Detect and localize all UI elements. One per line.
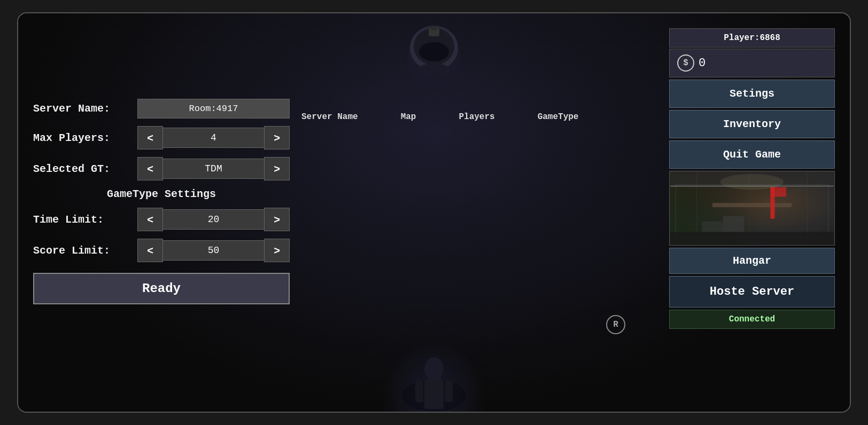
r-watermark: R (606, 315, 625, 334)
max-players-label: Max Players: (33, 132, 137, 144)
svg-rect-13 (676, 185, 828, 238)
col-server-name: Server Name (301, 112, 358, 122)
map-name-label: Hangar (669, 248, 835, 274)
selected-gt-label: Selected GT: (33, 163, 137, 175)
server-name-row: Server Name: (33, 99, 290, 119)
currency-bar: $ 0 (669, 49, 835, 77)
bottom-figure (381, 342, 487, 412)
svg-rect-23 (702, 222, 723, 232)
score-limit-spinner: < 50 > (137, 239, 290, 262)
col-players: Players (459, 112, 494, 122)
svg-rect-18 (712, 203, 792, 207)
svg-point-6 (418, 63, 450, 79)
time-limit-row: Time Limit: < 20 > (33, 208, 290, 231)
gametype-settings-title: GameType Settings (33, 188, 290, 200)
quit-game-button[interactable]: Quit Game (669, 140, 835, 169)
time-limit-value: 20 (163, 209, 264, 230)
ready-button[interactable]: Ready (33, 273, 290, 304)
svg-rect-10 (415, 381, 423, 402)
player-label: Player:6868 (724, 33, 780, 43)
helmet-figure (402, 24, 466, 93)
max-players-decrement[interactable]: < (137, 126, 163, 149)
right-panel: Player:6868 $ 0 Setings Inventory Quit G… (669, 28, 835, 329)
score-limit-row: Score Limit: < 50 > (33, 239, 290, 262)
gt-decrement[interactable]: < (137, 157, 163, 180)
player-info-bar: Player:6868 (669, 28, 835, 48)
max-players-row: Max Players: < 4 > (33, 126, 290, 149)
time-limit-decrement[interactable]: < (137, 208, 163, 231)
col-map: Map (401, 112, 416, 122)
map-preview (669, 171, 835, 246)
svg-point-8 (424, 357, 444, 381)
currency-value: 0 (699, 57, 706, 70)
time-limit-label: Time Limit: (33, 214, 137, 226)
score-limit-label: Score Limit: (33, 245, 137, 257)
svg-point-24 (720, 174, 784, 190)
svg-rect-11 (445, 381, 453, 402)
gt-value: TDM (163, 159, 264, 179)
max-players-spinner: < 4 > (137, 126, 290, 149)
inventory-button[interactable]: Inventory (669, 110, 835, 138)
server-table-headers: Server Name Map Players GameType (301, 112, 578, 122)
max-players-increment[interactable]: > (264, 126, 290, 149)
left-panel: Server Name: Max Players: < 4 > Selected… (33, 99, 290, 304)
connected-status: Connected (669, 310, 835, 329)
settings-button[interactable]: Setings (669, 80, 835, 108)
svg-point-3 (419, 42, 449, 61)
server-name-input[interactable] (137, 99, 290, 119)
main-container: Server Name Map Players GameType R Serve… (17, 12, 851, 413)
col-gametype: GameType (538, 112, 579, 122)
svg-rect-9 (424, 380, 444, 409)
score-limit-increment[interactable]: > (264, 239, 290, 262)
selected-gt-row: Selected GT: < TDM > (33, 157, 290, 180)
score-limit-value: 50 (163, 240, 264, 261)
selected-gt-spinner: < TDM > (137, 157, 290, 180)
time-limit-spinner: < 20 > (137, 208, 290, 231)
gt-increment[interactable]: > (264, 157, 290, 180)
svg-rect-5 (431, 26, 437, 30)
dollar-icon: $ (677, 54, 694, 72)
svg-rect-20 (771, 187, 787, 197)
max-players-value: 4 (163, 128, 264, 148)
server-name-label: Server Name: (33, 103, 137, 115)
score-limit-decrement[interactable]: < (137, 239, 163, 262)
hoste-server-button[interactable]: Hoste Server (669, 276, 835, 308)
svg-rect-21 (670, 232, 834, 245)
svg-rect-22 (723, 216, 744, 232)
time-limit-increment[interactable]: > (264, 208, 290, 231)
